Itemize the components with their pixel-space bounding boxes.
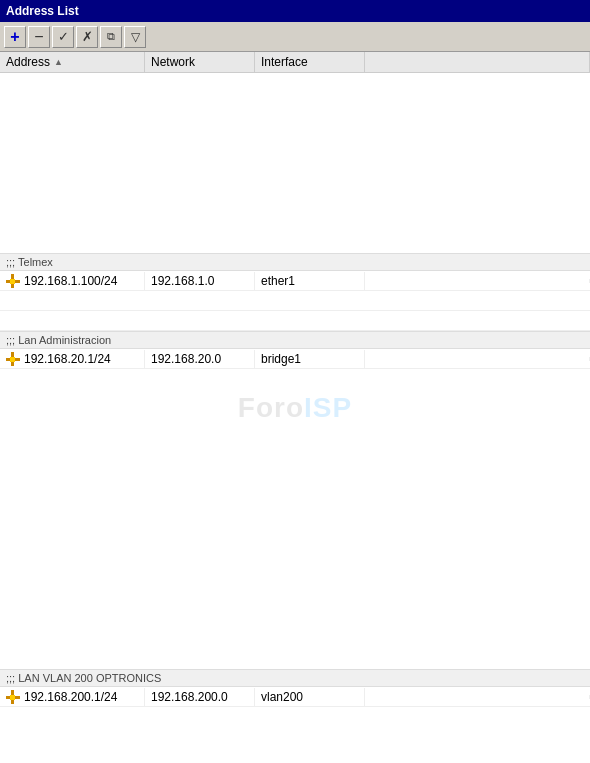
table-row[interactable]: 192.168.200.1/24 192.168.200.0 vlan200 [0, 687, 590, 707]
section-vlan200-label: ;;; LAN VLAN 200 OPTRONICS [0, 669, 590, 687]
cell-lan-admin-network: 192.168.20.0 [145, 350, 255, 368]
table-row[interactable]: 192.168.1.100/24 192.168.1.0 ether1 [0, 271, 590, 291]
col-header-address[interactable]: Address ▲ [0, 52, 145, 72]
table-row[interactable]: 192.168.20.1/24 192.168.20.0 bridge1 [0, 349, 590, 369]
col-header-interface[interactable]: Interface [255, 52, 365, 72]
copy-button[interactable]: ⧉ [100, 26, 122, 48]
address-icon [6, 274, 20, 288]
empty-top-space [0, 73, 590, 253]
gap-row-1 [0, 291, 590, 311]
cell-telmex-rest [365, 279, 590, 283]
filter-button[interactable]: ▽ [124, 26, 146, 48]
section-lan-admin-label: ;;; Lan Administracion [0, 331, 590, 349]
cell-vlan200-network: 192.168.200.0 [145, 688, 255, 706]
cell-telmex-address: 192.168.1.100/24 [0, 272, 145, 290]
table-container: ForoISP Address ▲ Network Interface ;;; … [0, 52, 590, 763]
check-icon: ✓ [58, 29, 69, 44]
window-title: Address List [6, 4, 79, 18]
title-bar: Address List [0, 0, 590, 22]
cell-lan-admin-address: 192.168.20.1/24 [0, 350, 145, 368]
col-header-rest [365, 52, 590, 72]
minus-icon: − [34, 28, 43, 46]
empty-middle-space [0, 369, 590, 669]
add-button[interactable]: + [4, 26, 26, 48]
col-header-network[interactable]: Network [145, 52, 255, 72]
cell-telmex-network: 192.168.1.0 [145, 272, 255, 290]
sort-arrow-icon: ▲ [54, 57, 63, 67]
enable-button[interactable]: ✓ [52, 26, 74, 48]
cell-vlan200-address: 192.168.200.1/24 [0, 688, 145, 706]
cell-vlan200-interface: vlan200 [255, 688, 365, 706]
cross-icon: ✗ [82, 29, 93, 44]
add-icon: + [10, 28, 19, 46]
cell-lan-admin-interface: bridge1 [255, 350, 365, 368]
toolbar: + − ✓ ✗ ⧉ ▽ [0, 22, 590, 52]
cell-telmex-interface: ether1 [255, 272, 365, 290]
filter-icon: ▽ [131, 30, 140, 44]
remove-button[interactable]: − [28, 26, 50, 48]
column-headers: Address ▲ Network Interface [0, 52, 590, 73]
copy-icon: ⧉ [107, 30, 115, 43]
section-telmex-label: ;;; Telmex [0, 253, 590, 271]
disable-button[interactable]: ✗ [76, 26, 98, 48]
address-icon [6, 690, 20, 704]
address-icon [6, 352, 20, 366]
cell-lan-admin-rest [365, 357, 590, 361]
cell-vlan200-rest [365, 695, 590, 699]
gap-row-2 [0, 311, 590, 331]
